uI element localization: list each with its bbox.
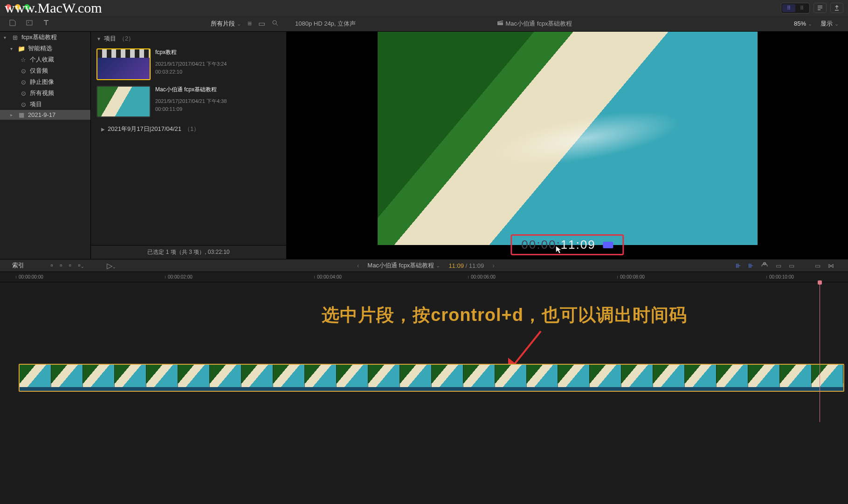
tc-current: 11:09 bbox=[448, 262, 464, 269]
timeline-project-label: Mac小伯通 fcpx基础教程 bbox=[367, 261, 434, 270]
arrow-tool-icon[interactable]: ▷⌄ bbox=[107, 261, 116, 270]
clip-audio bbox=[20, 387, 843, 391]
render-icon[interactable]: ▭ bbox=[789, 262, 794, 269]
clip-item[interactable]: fcpx教程 2021/9/17|2017/04/21 下午3:24 00:03… bbox=[95, 46, 283, 83]
viewer-canvas[interactable] bbox=[378, 32, 758, 245]
gear-icon: ⊙ bbox=[20, 79, 27, 86]
ruler-tick: 00:00:10:00 bbox=[769, 274, 794, 279]
library-icon: ⊞ bbox=[11, 34, 19, 41]
clip-date: 2021/9/17|2017/04/21 下午4:38 bbox=[155, 97, 281, 105]
browser-date-group[interactable]: ▶ 2021年9月17日|2017/04/21 （1） bbox=[95, 120, 283, 138]
list-view-icon[interactable]: ≡ bbox=[248, 20, 252, 28]
skimming-icon[interactable]: ⊪ bbox=[736, 262, 741, 269]
solo-icon[interactable] bbox=[761, 262, 768, 270]
workspace-list-icon[interactable]: ⠿ bbox=[795, 4, 808, 12]
chevron-down-icon: ▼ bbox=[97, 36, 101, 41]
append-tool-icon[interactable]: ▫ bbox=[69, 261, 71, 270]
timeline-ruler[interactable]: 00:00:00:0000:00:02:0000:00:04:0000:00:0… bbox=[0, 272, 848, 282]
annotation-text: 选中片段，按crontrol+d，也可以调出时间码 bbox=[322, 303, 687, 327]
transitions-browser-icon[interactable]: ⋈ bbox=[828, 262, 834, 269]
ruler-tick: 00:00:06:00 bbox=[471, 274, 496, 279]
display-dropdown[interactable]: 显示 bbox=[820, 20, 839, 28]
overwrite-tool-icon[interactable]: ▫⌄ bbox=[78, 261, 84, 270]
star-icon: ☆ bbox=[20, 56, 27, 63]
sidebar-label: 所有视频 bbox=[30, 89, 54, 97]
minimize-window[interactable] bbox=[15, 4, 21, 10]
viewer: 00:00:11:09 bbox=[287, 32, 848, 259]
import-icon[interactable] bbox=[8, 19, 17, 29]
search-icon[interactable] bbox=[272, 20, 278, 28]
svg-rect-0 bbox=[27, 20, 32, 25]
clip-thumbnail[interactable] bbox=[97, 48, 151, 80]
zoom-dropdown[interactable]: 85% bbox=[794, 20, 812, 27]
zoom-window[interactable] bbox=[24, 4, 30, 10]
sidebar-item-video[interactable]: ⊙所有视频 bbox=[0, 88, 90, 99]
sidebar-label: 仅音频 bbox=[30, 67, 48, 75]
inspector-toggle[interactable] bbox=[814, 3, 827, 13]
snapping-icon[interactable]: ▭ bbox=[776, 262, 781, 269]
titles-icon[interactable] bbox=[42, 19, 50, 29]
playhead[interactable] bbox=[820, 282, 820, 422]
sidebar-item-smart[interactable]: ▾📁智能精选 bbox=[0, 43, 90, 54]
timeline-toolbar: 索引 ▫ ▫ ▫ ▫⌄ ▷⌄ ‹ Mac小伯通 fcpx基础教程⌄ 11:09 … bbox=[0, 259, 848, 272]
sidebar-item-event[interactable]: ▸▦2021-9-17 bbox=[0, 110, 90, 120]
filter-dropdown[interactable]: 所有片段 bbox=[211, 20, 241, 28]
sidebar: ▾⊞fcpx基础教程 ▾📁智能精选 ☆个人收藏 ⊙仅音频 ⊙静止图像 ⊙所有视频… bbox=[0, 32, 91, 259]
insert-tool-icon[interactable]: ▫ bbox=[60, 261, 62, 270]
timecode-prefix: 00:00: bbox=[521, 238, 560, 252]
clip-item[interactable]: Mac小伯通 fcpx基础教程 2021/9/17|2017/04/21 下午4… bbox=[95, 83, 283, 120]
index-button[interactable]: 索引 bbox=[0, 261, 47, 270]
gear-icon: ⊙ bbox=[20, 101, 27, 108]
timecode-display[interactable]: 00:00:11:09 bbox=[510, 234, 624, 255]
ruler-tick: 00:00:02:00 bbox=[168, 274, 193, 279]
effects-browser-icon[interactable]: ▭ bbox=[815, 262, 820, 269]
clip-duration: 00:03:22:10 bbox=[155, 68, 281, 76]
browser-header-count: （2） bbox=[119, 34, 134, 43]
sidebar-label: 个人收藏 bbox=[30, 55, 54, 64]
sidebar-label: 项目 bbox=[30, 100, 42, 109]
clip-thumbnail[interactable] bbox=[97, 86, 151, 117]
sidebar-item-library[interactable]: ▾⊞fcpx基础教程 bbox=[0, 32, 90, 43]
filmstrip-view-icon[interactable]: ▭ bbox=[258, 19, 265, 28]
prev-edit-icon[interactable]: ‹ bbox=[357, 262, 359, 269]
folder-icon: 📁 bbox=[18, 45, 25, 52]
next-edit-icon[interactable]: › bbox=[492, 262, 495, 269]
sidebar-label: 智能精选 bbox=[28, 44, 52, 53]
timecode-clip-icon bbox=[603, 242, 614, 248]
connect-tool-icon[interactable]: ▫ bbox=[50, 261, 53, 270]
titlebar: ⠿ ⠿ bbox=[0, 0, 848, 16]
gear-icon: ⊙ bbox=[20, 68, 27, 75]
timeline-timecode: 11:09 / 11:09 bbox=[448, 262, 484, 269]
browser-header[interactable]: ▼ 项目 （2） bbox=[91, 32, 286, 46]
sidebar-item-audio[interactable]: ⊙仅音频 bbox=[0, 65, 90, 76]
keyword-icon[interactable] bbox=[25, 19, 34, 29]
share-button[interactable] bbox=[830, 3, 843, 13]
clip-meta: Mac小伯通 fcpx基础教程 2021/9/17|2017/04/21 下午4… bbox=[155, 86, 281, 117]
clip-title: fcpx教程 bbox=[155, 48, 281, 56]
timeline-clip[interactable]: 4f5d079a3bd8e1a6f6b8733bec7eee74 bbox=[19, 364, 844, 392]
sidebar-item-favorites[interactable]: ☆个人收藏 bbox=[0, 54, 90, 65]
ruler-tick: 00:00:08:00 bbox=[620, 274, 645, 279]
svg-point-1 bbox=[28, 22, 29, 23]
sidebar-item-stills[interactable]: ⊙静止图像 bbox=[0, 76, 90, 88]
ruler-tick: 00:00:04:00 bbox=[317, 274, 342, 279]
sidebar-label: 静止图像 bbox=[30, 78, 54, 86]
sidebar-item-projects[interactable]: ⊙项目 bbox=[0, 99, 90, 110]
clip-meta: fcpx教程 2021/9/17|2017/04/21 下午3:24 00:03… bbox=[155, 48, 281, 80]
traffic-lights bbox=[6, 4, 30, 10]
clip-duration: 00:00:11:09 bbox=[155, 105, 281, 113]
svg-point-2 bbox=[273, 20, 276, 24]
date-group-label: 2021年9月17日|2017/04/21 bbox=[108, 125, 181, 133]
workspace-switcher[interactable]: ⠿ ⠿ bbox=[781, 3, 810, 14]
audio-skimming-icon[interactable]: ⊪ bbox=[748, 262, 753, 269]
chevron-right-icon: ▶ bbox=[101, 127, 105, 132]
timeline-project-dropdown[interactable]: Mac小伯通 fcpx基础教程⌄ bbox=[367, 261, 440, 270]
sidebar-label: 2021-9-17 bbox=[28, 111, 55, 118]
event-icon: ▦ bbox=[18, 111, 25, 118]
close-window[interactable] bbox=[6, 4, 11, 10]
workspace-grid-icon[interactable]: ⠿ bbox=[782, 4, 795, 12]
event-browser: ▼ 项目 （2） fcpx教程 2021/9/17|2017/04/21 下午3… bbox=[91, 32, 287, 259]
timeline[interactable]: 选中片段，按crontrol+d，也可以调出时间码 4f5d079a3bd8e1… bbox=[0, 282, 848, 504]
browser-header-label: 项目 bbox=[104, 34, 116, 43]
clip-title: Mac小伯通 fcpx基础教程 bbox=[155, 86, 281, 94]
